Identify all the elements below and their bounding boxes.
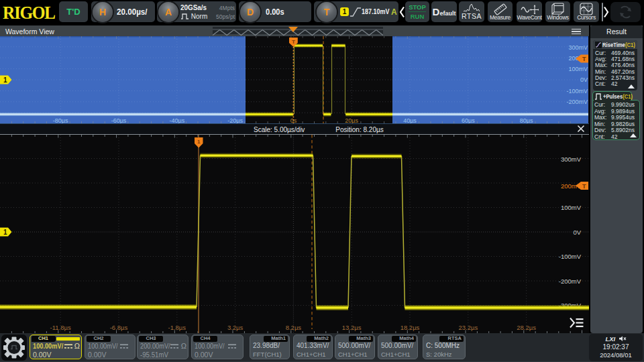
svg-text:300mV: 300mV: [568, 44, 588, 51]
svg-text:-6.8µs: -6.8µs: [110, 324, 128, 331]
svg-text:100mV: 100mV: [561, 204, 582, 211]
svg-text:-40µs: -40µs: [169, 117, 184, 123]
svg-text:3.2µs: 3.2µs: [227, 324, 244, 331]
svg-text:40µs: 40µs: [403, 117, 417, 123]
svg-text:8.2µs: 8.2µs: [286, 324, 302, 331]
svg-text:-200mV: -200mV: [566, 99, 588, 105]
svg-text:80µs: 80µs: [520, 117, 533, 123]
svg-text:0V: 0V: [580, 76, 588, 83]
svg-text:13.2µs: 13.2µs: [342, 324, 362, 331]
svg-text:-11.8µs: -11.8µs: [50, 324, 71, 331]
svg-text:-100mV: -100mV: [559, 253, 582, 260]
svg-text:20µs: 20µs: [345, 117, 358, 123]
svg-text:-20µs: -20µs: [227, 117, 243, 123]
svg-text:-200mV: -200mV: [559, 278, 582, 285]
svg-text:1: 1: [197, 139, 201, 145]
svg-text:28.2µs: 28.2µs: [517, 324, 536, 331]
svg-text:18.2µs: 18.2µs: [400, 324, 420, 331]
svg-text:T: T: [582, 183, 586, 190]
svg-text:1: 1: [3, 229, 7, 236]
svg-text:-80µs: -80µs: [53, 117, 68, 123]
svg-text:1: 1: [3, 76, 7, 84]
svg-text:0V: 0V: [573, 229, 581, 236]
svg-text:23.2µs: 23.2µs: [458, 324, 478, 331]
svg-text:100mV: 100mV: [568, 66, 588, 72]
svg-text:-60µs: -60µs: [111, 117, 127, 123]
svg-text:60µs: 60µs: [462, 117, 475, 123]
svg-text:T: T: [292, 39, 295, 45]
svg-text:T: T: [582, 56, 586, 62]
svg-text:300mV: 300mV: [561, 156, 582, 163]
svg-text:-100mV: -100mV: [566, 88, 588, 95]
svg-text:-1.8µs: -1.8µs: [168, 324, 186, 331]
